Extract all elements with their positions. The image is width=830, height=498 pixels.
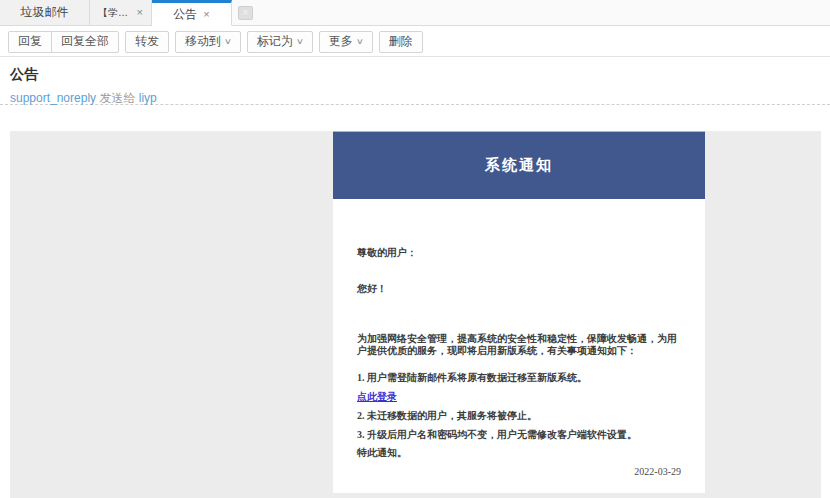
button-label: 转发 bbox=[135, 33, 159, 50]
button-label: 回复 bbox=[18, 33, 42, 50]
button-label: 删除 bbox=[389, 33, 413, 50]
message-subject: 公告 bbox=[10, 66, 820, 84]
chevron-down-icon: ∨ bbox=[296, 37, 304, 46]
mark-as-button[interactable]: 标记为 ∨ bbox=[247, 31, 313, 53]
tab-label: 公告 bbox=[173, 6, 197, 23]
mail-toolbar: 回复 回复全部 转发 移动到 ∨ 标记为 ∨ 更多 ∨ 删除 bbox=[0, 27, 830, 57]
tab-label: 垃圾邮件 bbox=[21, 4, 69, 21]
sender-address-link[interactable]: support_noreply bbox=[10, 91, 96, 105]
reply-all-button[interactable]: 回复全部 bbox=[51, 31, 119, 53]
notice-item-3: 3. 升级后用户名和密码均不变，用户无需修改客户端软件设置。 bbox=[357, 429, 681, 440]
salutation: 尊敬的用户： bbox=[357, 247, 681, 258]
button-label: 标记为 bbox=[257, 33, 293, 50]
delete-button[interactable]: 删除 bbox=[379, 31, 423, 53]
tab-junk-mail[interactable]: 垃圾邮件 bbox=[0, 0, 90, 25]
tab-bar: 垃圾邮件 【学生休学... × 公告 × × bbox=[0, 0, 830, 26]
more-button[interactable]: 更多 ∨ bbox=[319, 31, 373, 53]
tab-student-leave[interactable]: 【学生休学... × bbox=[90, 0, 152, 25]
tab-label: 【学生休学... bbox=[98, 6, 131, 20]
chevron-down-icon: ∨ bbox=[356, 37, 364, 46]
email-body: 系统通知 尊敬的用户： 您好！ 为加强网络安全管理，提高系统的安全性和稳定性，保… bbox=[333, 131, 705, 493]
closing-line: 特此通知。 bbox=[357, 447, 681, 458]
close-icon[interactable]: × bbox=[203, 9, 209, 20]
login-link-line: 点此登录 bbox=[357, 391, 681, 402]
message-header: 公告 support_noreply 发送给 liyp bbox=[0, 57, 830, 105]
reply-button-group: 回复 回复全部 bbox=[8, 31, 119, 53]
reply-button[interactable]: 回复 bbox=[8, 31, 52, 53]
date-line: 2022-03-29 bbox=[357, 466, 681, 477]
minimized-tab-close-icon[interactable]: × bbox=[238, 6, 253, 20]
email-banner: 系统通知 bbox=[333, 131, 705, 199]
button-label: 移动到 bbox=[185, 33, 221, 50]
forward-button[interactable]: 转发 bbox=[125, 31, 169, 53]
banner-title: 系统通知 bbox=[485, 156, 553, 175]
reading-pane: 系统通知 尊敬的用户： 您好！ 为加强网络安全管理，提高系统的安全性和稳定性，保… bbox=[10, 131, 821, 498]
tab-announcement[interactable]: 公告 × bbox=[152, 0, 232, 26]
email-text: 尊敬的用户： 您好！ 为加强网络安全管理，提高系统的安全性和稳定性，保障收发畅通… bbox=[333, 199, 705, 477]
button-label: 更多 bbox=[329, 33, 353, 50]
notice-item-2: 2. 未迁移数据的用户，其服务将被停止。 bbox=[357, 410, 681, 421]
notice-item-1: 1. 用户需登陆新邮件系将原有数据迁移至新版系统。 bbox=[357, 372, 681, 383]
intro-paragraph: 为加强网络安全管理，提高系统的安全性和稳定性，保障收发畅通，为用户提供优质的服务… bbox=[357, 333, 681, 357]
sent-to-label: 发送给 bbox=[99, 91, 135, 105]
chevron-down-icon: ∨ bbox=[224, 37, 232, 46]
login-link[interactable]: 点此登录 bbox=[357, 391, 397, 402]
greeting: 您好！ bbox=[357, 283, 681, 294]
recipient-address-link[interactable]: liyp bbox=[139, 91, 157, 105]
sender-line: support_noreply 发送给 liyp bbox=[10, 90, 820, 107]
webmail-window: 垃圾邮件 【学生休学... × 公告 × × 回复 回复全部 转发 移动到 ∨ bbox=[0, 0, 830, 498]
button-label: 回复全部 bbox=[61, 33, 109, 50]
close-icon[interactable]: × bbox=[137, 7, 143, 18]
move-to-button[interactable]: 移动到 ∨ bbox=[175, 31, 241, 53]
